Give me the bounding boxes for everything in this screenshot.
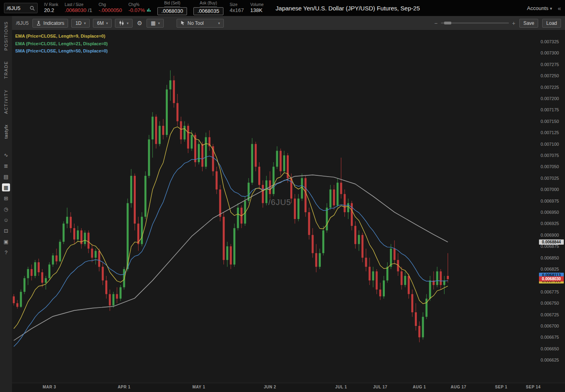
y-tick-label: 0.007175: [541, 107, 559, 112]
x-tick-label: AUG 1: [407, 385, 431, 389]
sidebar-tab-activity[interactable]: ACTIVITY: [4, 89, 8, 114]
history-clock-icon[interactable]: ◷: [2, 205, 10, 213]
candle: [219, 189, 221, 217]
candlestick-icon: [119, 20, 124, 26]
y-tick-label: 0.007225: [541, 85, 559, 90]
size-value: 4x167: [230, 7, 244, 14]
chart-settings-gear-icon[interactable]: ⚙: [136, 20, 143, 27]
layout-grid-dropdown[interactable]: ▦ ▾: [147, 19, 164, 28]
x-tick-label: APR 1: [112, 385, 136, 389]
help-icon[interactable]: ?: [2, 248, 10, 256]
y-tick-label: 0.006650: [541, 346, 559, 351]
list-icon[interactable]: ≣: [2, 162, 10, 170]
time-axis: MAR 3APR 1MAY 1JUN 2JUL 1JUL 17AUG 1AUG …: [12, 383, 565, 392]
candle: [447, 276, 449, 279]
candle: [258, 167, 260, 185]
candle: [62, 223, 64, 241]
grid-icon[interactable]: ⊞: [2, 194, 10, 202]
candle: [265, 181, 267, 203]
y-tick-label: 0.006950: [541, 210, 559, 215]
drawing-tool-dropdown[interactable]: No Tool ▾: [177, 19, 224, 28]
chevron-down-icon: ▾: [550, 6, 552, 11]
timeframe-dropdown[interactable]: 1D▾: [71, 19, 90, 28]
ask-price-button[interactable]: .0068035: [193, 7, 223, 15]
y-tick-label: 0.007075: [541, 153, 559, 158]
candle: [16, 303, 18, 307]
candle: [155, 117, 157, 144]
iv-rank-value: 20.2: [44, 7, 54, 14]
candle: [73, 228, 75, 239]
candle: [376, 271, 378, 289]
candle: [88, 233, 90, 249]
candle: [20, 292, 22, 307]
search-icon[interactable]: [30, 6, 35, 11]
chart-panel: /6JU5 Indicators 1D▾ 6M▾ ▾ ⚙ ▦ ▾: [12, 16, 565, 392]
bid-field: Bid (Sell) .0068030: [157, 1, 187, 15]
indicator-label[interactable]: SMA (Price=CLOSE, Length=50, Displace=0): [15, 47, 108, 55]
y-tick-label: 0.007125: [541, 130, 559, 135]
symbol-input[interactable]: /6JU5: [4, 3, 38, 13]
candle: [415, 312, 417, 326]
range-dropdown[interactable]: 6M▾: [93, 19, 112, 28]
intraday-chart-icon[interactable]: [147, 7, 151, 14]
journal-icon[interactable]: ▤: [2, 173, 10, 181]
candle: [84, 233, 86, 244]
candle: [436, 271, 438, 285]
sidebar-tabs: POSITIONSTRADEACTIVITYtastyfx: [4, 16, 8, 144]
chevron-down-icon: ▾: [127, 21, 129, 25]
zoom-out-button[interactable]: −: [434, 20, 438, 26]
candle: [422, 317, 424, 337]
indicator-label[interactable]: EMA (Price=CLOSE, Length=21, Displace=0): [15, 40, 108, 48]
x-tick-label: SEP 1: [489, 385, 513, 389]
x-tick-label: SEP 14: [521, 385, 545, 389]
chart-type-dropdown[interactable]: ▾: [115, 19, 133, 28]
collapse-panel-icon[interactable]: «: [558, 5, 561, 12]
candle: [276, 151, 278, 167]
candle: [52, 255, 54, 265]
indicator-curve-icon[interactable]: ∿: [2, 151, 10, 159]
candle: [358, 235, 360, 244]
y-tick-label: 0.007200: [541, 96, 559, 101]
traders-icon[interactable]: ☺: [2, 216, 10, 224]
x-tick-label: MAY 1: [187, 385, 211, 389]
bid-price-button[interactable]: .0068030: [157, 7, 187, 15]
package-icon[interactable]: ⊡: [2, 227, 10, 235]
y-tick-label: 0.006900: [541, 233, 559, 237]
load-button[interactable]: Load: [542, 19, 561, 28]
candle: [404, 276, 406, 285]
candle: [27, 269, 29, 278]
x-tick-label: AUG 17: [446, 385, 470, 389]
calendar-icon[interactable]: ▣: [2, 237, 10, 245]
y-tick-label: 0.007325: [541, 39, 559, 44]
zoom-slider[interactable]: [441, 22, 509, 24]
y-tick-label: 0.006825: [541, 267, 559, 271]
candle: [379, 289, 381, 296]
candle: [152, 117, 154, 139]
chart-icon[interactable]: ▦: [2, 183, 10, 191]
ema9-line: [14, 127, 448, 329]
candle: [326, 208, 328, 231]
candle: [148, 139, 150, 176]
sidebar-tab-tastyfx[interactable]: tastyfx: [4, 125, 8, 139]
ask-field: Ask (Buy) .0068035: [193, 1, 223, 15]
candle: [91, 249, 93, 258]
volume-field: Volume 138K: [250, 2, 263, 14]
zoom-control: − +: [434, 20, 515, 26]
indicator-label[interactable]: EMA (Price=CLOSE, Length=9, Displace=0): [15, 32, 108, 40]
sidebar-tab-trade[interactable]: TRADE: [4, 61, 8, 79]
zoom-slider-handle[interactable]: [444, 22, 451, 24]
candle: [120, 287, 122, 298]
sidebar-tab-positions[interactable]: POSITIONS: [4, 21, 8, 50]
chart-watermark: /6JU5: [268, 198, 291, 207]
save-button[interactable]: Save: [519, 19, 538, 28]
sma50-price-badge: 0.0068844: [539, 239, 564, 245]
candle: [145, 176, 147, 217]
y-tick-label: 0.006625: [541, 358, 559, 362]
accounts-dropdown[interactable]: Accounts ▾: [527, 5, 552, 11]
candle: [369, 267, 371, 280]
indicators-button[interactable]: Indicators: [32, 19, 68, 28]
zoom-in-button[interactable]: +: [512, 20, 515, 26]
chart-toolbar: /6JU5 Indicators 1D▾ 6M▾ ▾ ⚙ ▦ ▾: [12, 16, 565, 30]
candle: [30, 269, 32, 276]
cursor-pointer-icon: [181, 20, 185, 26]
